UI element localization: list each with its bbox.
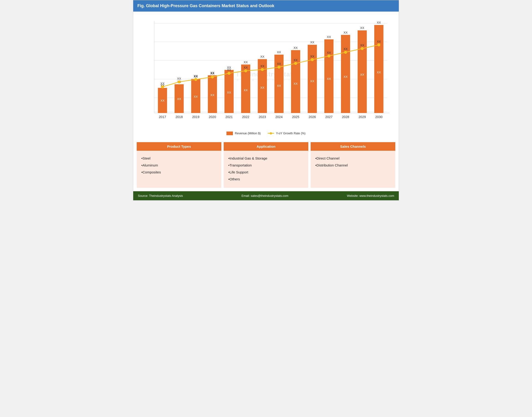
- svg-text:XX: XX: [277, 62, 281, 65]
- svg-text:2020: 2020: [209, 115, 216, 119]
- svg-text:XX: XX: [360, 43, 364, 47]
- svg-text:XX: XX: [244, 66, 248, 69]
- svg-text:XX: XX: [327, 35, 331, 39]
- svg-point-74: [244, 70, 247, 72]
- svg-text:XX: XX: [327, 77, 331, 81]
- svg-point-68: [194, 78, 197, 81]
- svg-text:XX: XX: [360, 73, 364, 76]
- footer-source: Source: Theindustrystats Analysis: [138, 194, 183, 198]
- svg-text:XX: XX: [277, 51, 281, 54]
- svg-text:2030: 2030: [375, 115, 382, 119]
- title-text: Fig. Global High-Pressure Gas Containers…: [137, 3, 274, 8]
- svg-text:XX: XX: [244, 61, 248, 64]
- svg-text:XX: XX: [260, 86, 264, 89]
- svg-text:2028: 2028: [342, 115, 349, 119]
- product-type-item-steel: •Steel: [141, 155, 217, 162]
- svg-point-84: [328, 55, 330, 57]
- footer: Source: Theindustrystats Analysis Email:…: [133, 191, 399, 200]
- chart-area: The Industry Stats m a r k e t r e s e a…: [133, 11, 399, 141]
- svg-text:XX: XX: [293, 46, 298, 50]
- bottom-sections: Product Types •Steel •Aluminum •Composit…: [133, 141, 399, 191]
- svg-text:XX: XX: [177, 97, 181, 101]
- product-types-header: Product Types: [137, 142, 221, 151]
- svg-point-88: [361, 47, 364, 50]
- application-card: Application •Industrial Gas & Storage •T…: [224, 142, 308, 188]
- application-body: •Industrial Gas & Storage •Transportatio…: [224, 151, 308, 188]
- svg-point-66: [178, 81, 181, 83]
- svg-text:XX: XX: [161, 99, 165, 102]
- product-types-card: Product Types •Steel •Aluminum •Composit…: [137, 142, 221, 188]
- svg-text:XX: XX: [310, 79, 314, 83]
- sales-channels-card: Sales Channels •Direct Channel •Distribu…: [311, 142, 395, 188]
- svg-text:XX: XX: [343, 47, 348, 51]
- product-type-item-composites: •Composites: [141, 169, 217, 176]
- product-type-item-aluminum: •Aluminum: [141, 162, 217, 169]
- svg-text:XX: XX: [277, 84, 281, 87]
- svg-text:XX: XX: [227, 91, 231, 94]
- channel-item-distribution: •Distribution Channel: [315, 162, 391, 169]
- svg-text:2022: 2022: [242, 115, 250, 119]
- footer-website: Website: www.theindustrystats.com: [347, 194, 394, 198]
- sales-channels-header: Sales Channels: [311, 142, 395, 151]
- svg-text:XX: XX: [377, 40, 381, 43]
- svg-point-86: [344, 51, 347, 54]
- svg-text:XX: XX: [211, 93, 215, 97]
- svg-rect-52: [341, 35, 350, 113]
- legend-line-label: Y-oY Growth Rate (%): [276, 132, 306, 135]
- svg-text:XX: XX: [227, 68, 231, 72]
- svg-text:2025: 2025: [292, 115, 299, 119]
- app-item-life-support: •Life Support: [228, 169, 304, 176]
- svg-text:XX: XX: [377, 21, 381, 24]
- svg-text:XX: XX: [377, 71, 381, 74]
- svg-text:XX: XX: [310, 55, 314, 58]
- svg-text:XX: XX: [211, 72, 215, 75]
- svg-text:XX: XX: [343, 75, 348, 78]
- application-header: Application: [224, 142, 308, 151]
- svg-point-80: [294, 62, 297, 65]
- svg-text:XX: XX: [260, 55, 264, 58]
- legend-line-item: Y-oY Growth Rate (%): [268, 132, 306, 135]
- legend-bar-item: Revenue (Million $): [226, 132, 261, 135]
- svg-text:XX: XX: [360, 26, 364, 30]
- chart-svg-wrapper: XXXX2017XXXX2018XXXX2019XXXX2020XXXX2021…: [140, 16, 392, 129]
- svg-text:XX: XX: [343, 31, 348, 34]
- svg-text:2027: 2027: [325, 115, 333, 119]
- chart-svg: XXXX2017XXXX2018XXXX2019XXXX2020XXXX2021…: [140, 16, 392, 128]
- svg-point-64: [161, 85, 164, 88]
- svg-text:XX: XX: [161, 82, 165, 85]
- chart-legend: Revenue (Million $) Y-oY Growth Rate (%): [140, 129, 392, 139]
- svg-text:XX: XX: [194, 74, 198, 78]
- svg-rect-60: [374, 25, 383, 113]
- svg-text:2023: 2023: [259, 115, 266, 119]
- svg-text:2024: 2024: [275, 115, 283, 119]
- svg-rect-56: [358, 30, 367, 113]
- svg-point-90: [378, 43, 380, 46]
- svg-text:XX: XX: [327, 51, 331, 54]
- svg-text:2026: 2026: [309, 115, 316, 119]
- svg-text:XX: XX: [310, 41, 314, 44]
- channel-item-direct: •Direct Channel: [315, 155, 391, 162]
- svg-point-72: [228, 72, 230, 74]
- chart-title: Fig. Global High-Pressure Gas Containers…: [133, 0, 399, 11]
- svg-rect-48: [324, 39, 333, 113]
- app-item-transportation: •Transportation: [228, 162, 304, 169]
- svg-text:XX: XX: [177, 77, 181, 80]
- sales-channels-body: •Direct Channel •Distribution Channel: [311, 151, 395, 188]
- svg-text:XX: XX: [293, 82, 298, 85]
- legend-bar-icon: [226, 132, 233, 135]
- svg-text:XX: XX: [194, 95, 198, 98]
- svg-text:XX: XX: [293, 58, 298, 62]
- svg-point-70: [211, 75, 214, 78]
- footer-email: Email: sales@theindustrystats.com: [241, 194, 288, 198]
- svg-point-82: [311, 58, 314, 61]
- svg-point-76: [261, 68, 264, 71]
- product-types-body: •Steel •Aluminum •Composites: [137, 151, 221, 188]
- svg-text:2019: 2019: [192, 115, 200, 119]
- svg-text:2021: 2021: [226, 115, 233, 119]
- svg-text:2029: 2029: [359, 115, 366, 119]
- app-item-others: •Others: [228, 176, 304, 183]
- legend-bar-label: Revenue (Million $): [235, 132, 261, 135]
- svg-point-78: [278, 66, 280, 69]
- legend-line-icon: [268, 133, 274, 134]
- svg-text:2018: 2018: [176, 115, 183, 119]
